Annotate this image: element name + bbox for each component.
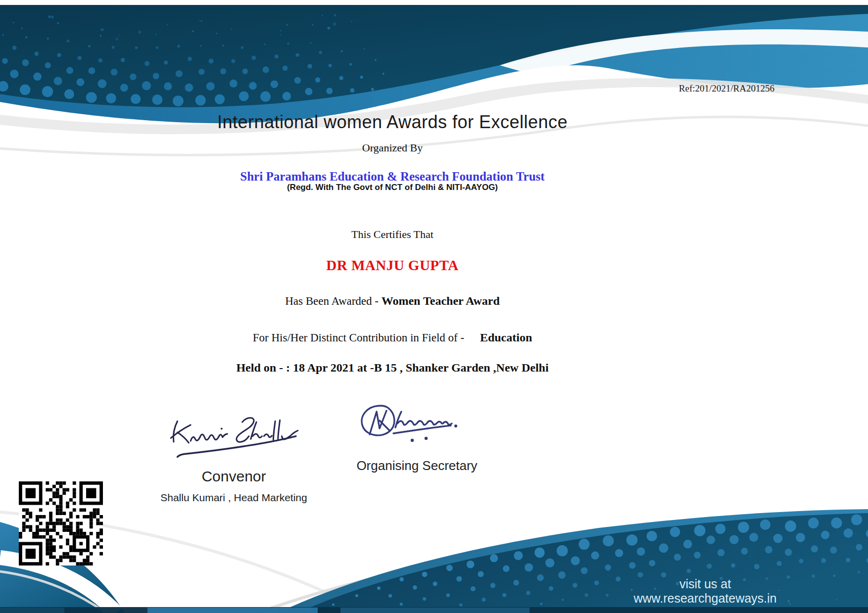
field-value: Education: [480, 331, 532, 344]
certifies-label: This Certifies That: [0, 228, 785, 241]
organized-by-label: Organized By: [0, 141, 785, 154]
organization-name: Shri Paramhans Education & Research Foun…: [0, 170, 785, 184]
recipient-name: DR MANJU GUPTA: [0, 257, 785, 274]
signature-organising-secretary: [346, 399, 470, 448]
award-line: Has Been Awarded - Women Teacher Award: [0, 294, 785, 308]
registration-note: (Regd. With The Govt of NCT of Delhi & N…: [0, 183, 785, 192]
field-prefix: For His/Her Distinct Contribution in Fie…: [253, 331, 467, 344]
halftone-dots-top: [0, 14, 385, 106]
award-name: Women Teacher Award: [382, 294, 500, 307]
award-prefix: Has Been Awarded -: [285, 295, 382, 307]
convenor-name-label: Shallu Kumari , Head Marketing: [146, 492, 322, 504]
signature-convenor: [163, 412, 304, 464]
qr-code: [19, 481, 103, 566]
website-note: visit us at www.researchgateways.in: [619, 577, 792, 606]
convenor-role-label: Convenor: [163, 468, 304, 485]
organising-secretary-role-label: Organising Secretary: [346, 458, 487, 473]
field-line: For His/Her Distinct Contribution in Fie…: [0, 331, 785, 344]
certificate-title: International women Awards for Excellenc…: [0, 112, 785, 133]
certificate-page: Ref:201/2021/RA201256 International wome…: [0, 0, 868, 613]
event-details-line: Held on - : 18 Apr 2021 at -B 15 , Shank…: [0, 361, 785, 375]
top-wave-decoration: [0, 0, 868, 163]
reference-number: Ref:201/2021/RA201256: [679, 83, 774, 94]
